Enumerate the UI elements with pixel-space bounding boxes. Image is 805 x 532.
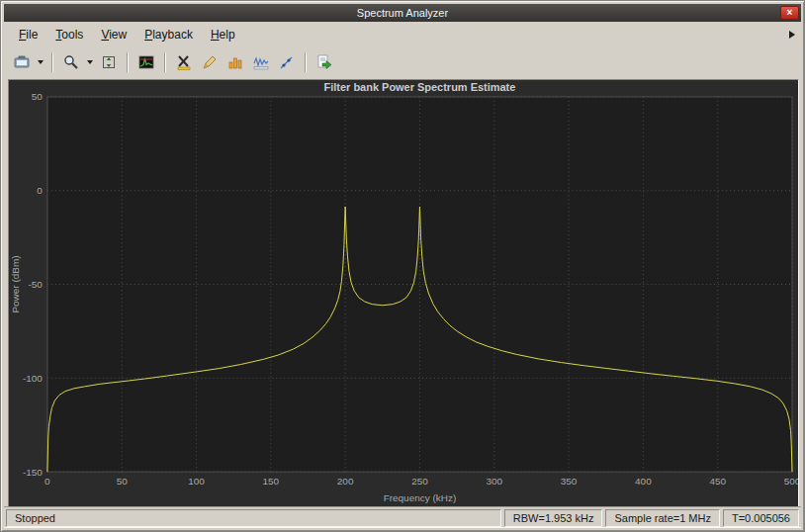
menu-item-view[interactable]: View [92,24,135,45]
close-icon: × [787,8,793,18]
x-tick-label: 350 [561,476,578,487]
spectrum-analyzer-window: Spectrum Analyzer × FileToolsViewPlaybac… [0,0,805,532]
cursor-measurements-button[interactable] [172,51,196,74]
x-tick-label: 450 [709,476,726,487]
x-tick-label: 150 [263,476,280,487]
status-time: T=0.005056 [723,509,799,527]
y-tick-label: 0 [37,185,43,196]
window-title: Spectrum Analyzer [357,7,448,19]
x-tick-label: 500 [784,476,798,487]
x-tick-label: 0 [45,476,50,487]
playback-settings-icon [316,54,332,70]
zoom-dropdown[interactable] [84,51,96,74]
x-tick-label: 400 [635,476,652,487]
x-tick-label: 100 [188,476,205,487]
status-bar: Stopped RBW=1.953 kHz Sample rate=1 MHz … [4,506,801,528]
menu-overflow-icon[interactable] [789,31,795,39]
close-button[interactable]: × [780,6,799,20]
y-axis-label: Power (dBm) [10,256,21,313]
snapshot-button[interactable] [10,51,34,74]
y-tick-label: -50 [29,279,44,290]
plot-title: Filter bank Power Spectrum Estimate [324,81,516,93]
spectrum-settings-button[interactable] [134,51,158,74]
ccdf-measurements-icon [279,54,295,70]
chevron-down-icon [87,60,93,64]
x-tick-label: 250 [411,476,428,487]
cursor-measurements-icon [176,54,192,70]
status-state: Stopped [6,509,501,527]
y-tick-label: -100 [23,373,43,384]
fit-to-view-button[interactable] [97,51,121,74]
plot-area [47,97,792,472]
x-tick-label: 50 [117,476,129,487]
peak-finder-button[interactable] [198,51,222,74]
toolbar-separator [127,52,129,72]
y-tick-label: -150 [23,467,43,478]
toolbar-separator [305,52,307,72]
spectrum-settings-icon [138,54,154,70]
plot-panel: 050100150200250300350400450500500-50-100… [8,79,799,507]
x-tick-label: 200 [337,476,354,487]
y-tick-label: 50 [32,91,44,102]
menu-bar: FileToolsViewPlaybackHelp [4,22,801,47]
zoom-icon [63,54,79,70]
distortion-measurements-button[interactable] [249,51,273,74]
peak-finder-icon [202,54,218,70]
ccdf-measurements-button[interactable] [275,51,299,74]
distortion-measurements-icon [253,54,269,70]
x-axis-label: Frequency (kHz) [384,492,457,503]
chevron-down-icon [38,60,44,64]
status-rbw: RBW=1.953 kHz [504,509,603,527]
menu-item-file[interactable]: File [10,24,46,45]
menu-item-tools[interactable]: Tools [46,24,92,45]
status-sample-rate: Sample rate=1 MHz [605,509,720,527]
channel-measurements-icon [227,54,243,70]
playback-settings-button[interactable] [313,51,336,74]
menu-item-playback[interactable]: Playback [135,24,202,45]
fit-to-view-icon [101,54,117,70]
snapshot-icon [14,54,30,70]
toolbar [4,47,801,77]
spectrum-plot[interactable]: 050100150200250300350400450500500-50-100… [9,80,798,506]
toolbar-separator [164,52,166,72]
menu-item-help[interactable]: Help [202,24,244,45]
title-bar[interactable]: Spectrum Analyzer × [4,4,801,22]
zoom-button[interactable] [59,51,83,74]
snapshot-dropdown[interactable] [35,51,46,74]
toolbar-separator [51,52,53,72]
channel-measurements-button[interactable] [224,51,247,74]
x-tick-label: 300 [486,476,502,487]
